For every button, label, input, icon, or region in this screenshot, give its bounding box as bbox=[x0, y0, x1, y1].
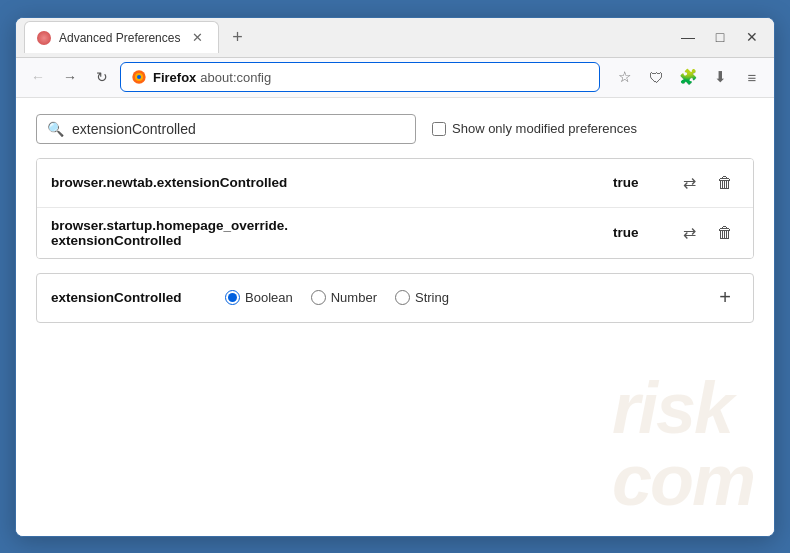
row-actions-2: ⇄ 🗑 bbox=[675, 219, 739, 247]
tab-close-button[interactable]: ✕ bbox=[188, 29, 206, 47]
search-input[interactable] bbox=[72, 121, 405, 137]
download-button[interactable]: ⬇ bbox=[706, 63, 734, 91]
forward-button[interactable]: → bbox=[56, 63, 84, 91]
radio-boolean-label[interactable]: Boolean bbox=[225, 290, 293, 305]
delete-icon: 🗑 bbox=[717, 174, 733, 192]
radio-boolean-text: Boolean bbox=[245, 290, 293, 305]
extension-button[interactable]: 🧩 bbox=[674, 63, 702, 91]
row-actions-1: ⇄ 🗑 bbox=[675, 169, 739, 197]
radio-number-text: Number bbox=[331, 290, 377, 305]
reset-pref-2-button[interactable]: ⇄ bbox=[675, 219, 703, 247]
pref-name-1: browser.newtab.extensionControlled bbox=[51, 175, 601, 190]
browser-brand: Firefox bbox=[153, 70, 196, 85]
delete-pref-1-button[interactable]: 🗑 bbox=[711, 169, 739, 197]
shield-button[interactable]: 🛡 bbox=[642, 63, 670, 91]
radio-string[interactable] bbox=[395, 290, 410, 305]
watermark-line1: risk bbox=[612, 372, 754, 444]
back-button[interactable]: ← bbox=[24, 63, 52, 91]
radio-boolean[interactable] bbox=[225, 290, 240, 305]
tab-title: Advanced Preferences bbox=[59, 31, 180, 45]
show-modified-label: Show only modified preferences bbox=[452, 121, 637, 136]
address-bar[interactable]: Firefox about:config bbox=[120, 62, 600, 92]
refresh-button[interactable]: ↻ bbox=[88, 63, 116, 91]
add-pref-button[interactable]: + bbox=[711, 284, 739, 312]
search-box[interactable]: 🔍 bbox=[36, 114, 416, 144]
reset-pref-1-button[interactable]: ⇄ bbox=[675, 169, 703, 197]
results-table: browser.newtab.extensionControlled true … bbox=[36, 158, 754, 259]
table-row: browser.newtab.extensionControlled true … bbox=[37, 159, 753, 208]
content-area: risk com 🔍 Show only modified preference… bbox=[16, 98, 774, 536]
delete-pref-2-button[interactable]: 🗑 bbox=[711, 219, 739, 247]
browser-window: Advanced Preferences ✕ + — □ ✕ ← → ↻ Fir… bbox=[15, 17, 775, 537]
minimize-button[interactable]: — bbox=[674, 23, 702, 51]
radio-number-label[interactable]: Number bbox=[311, 290, 377, 305]
radio-string-text: String bbox=[415, 290, 449, 305]
svg-point-2 bbox=[137, 75, 141, 79]
type-radio-group: Boolean Number String bbox=[225, 290, 687, 305]
pref-name-2-line1: browser.startup.homepage_override. bbox=[51, 218, 288, 233]
address-url: about:config bbox=[200, 70, 271, 85]
delete-icon-2: 🗑 bbox=[717, 224, 733, 242]
search-row: 🔍 Show only modified preferences bbox=[36, 114, 754, 144]
search-icon: 🔍 bbox=[47, 121, 64, 137]
table-row: browser.startup.homepage_override. exten… bbox=[37, 208, 753, 258]
menu-button[interactable]: ≡ bbox=[738, 63, 766, 91]
reset-icon-2: ⇄ bbox=[683, 223, 696, 242]
pref-name-2: browser.startup.homepage_override. exten… bbox=[51, 218, 601, 248]
show-modified-checkbox-label[interactable]: Show only modified preferences bbox=[432, 121, 637, 136]
title-bar: Advanced Preferences ✕ + — □ ✕ bbox=[16, 18, 774, 58]
firefox-logo-icon bbox=[131, 69, 147, 85]
show-modified-checkbox[interactable] bbox=[432, 122, 446, 136]
radio-string-label[interactable]: String bbox=[395, 290, 449, 305]
tab-favicon bbox=[37, 31, 51, 45]
maximize-button[interactable]: □ bbox=[706, 23, 734, 51]
close-button[interactable]: ✕ bbox=[738, 23, 766, 51]
active-tab[interactable]: Advanced Preferences ✕ bbox=[24, 21, 219, 53]
bookmark-star-button[interactable]: ☆ bbox=[610, 63, 638, 91]
add-pref-name: extensionControlled bbox=[51, 290, 201, 305]
new-tab-button[interactable]: + bbox=[223, 23, 251, 51]
pref-value-2: true bbox=[613, 225, 663, 240]
pref-name-2-line2: extensionControlled bbox=[51, 233, 182, 248]
window-controls: — □ ✕ bbox=[674, 23, 766, 51]
watermark: risk com bbox=[612, 372, 754, 516]
nav-bar: ← → ↻ Firefox about:config ☆ 🛡 🧩 ⬇ ≡ bbox=[16, 58, 774, 98]
reset-icon: ⇄ bbox=[683, 173, 696, 192]
address-text: Firefox about:config bbox=[153, 70, 271, 85]
add-pref-row: extensionControlled Boolean Number Strin… bbox=[36, 273, 754, 323]
watermark-line2: com bbox=[612, 444, 754, 516]
nav-icons: ☆ 🛡 🧩 ⬇ ≡ bbox=[610, 63, 766, 91]
radio-number[interactable] bbox=[311, 290, 326, 305]
pref-value-1: true bbox=[613, 175, 663, 190]
